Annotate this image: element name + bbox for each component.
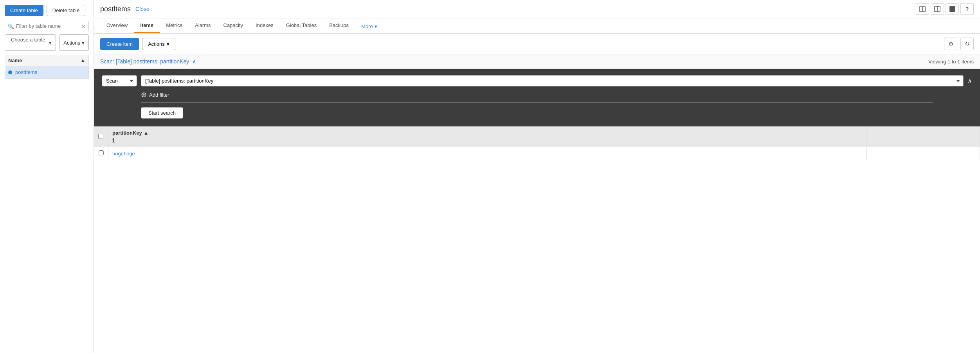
- tab-more[interactable]: More ▾: [355, 20, 384, 33]
- col-header-partition-key[interactable]: partitionKey ▲ ℹ: [108, 127, 867, 147]
- add-filter-label: Add filter: [149, 92, 169, 98]
- create-table-button[interactable]: Create table: [5, 5, 43, 16]
- search-clear-icon[interactable]: ✕: [81, 23, 86, 29]
- scan-type-select[interactable]: Scan Query: [102, 75, 137, 86]
- create-item-button[interactable]: Create item: [100, 38, 139, 50]
- col-header-extra: [866, 127, 980, 147]
- items-table: partitionKey ▲ ℹ: [94, 126, 980, 160]
- info-icon[interactable]: ℹ: [112, 137, 114, 144]
- select-all-checkbox[interactable]: [98, 134, 103, 139]
- tab-global-tables[interactable]: Global Tables: [280, 18, 323, 33]
- scan-collapse-button[interactable]: ∧: [967, 77, 972, 85]
- items-toolbar-left: Create item Actions ▾: [100, 38, 175, 50]
- viewing-count: Viewing 1 to 1 items: [928, 59, 974, 65]
- sort-asc-icon: ▲: [144, 130, 149, 136]
- scan-title-text: Scan: [Table] postItems: partitionKey: [100, 58, 189, 65]
- close-link[interactable]: Close: [135, 6, 150, 12]
- actions-dropdown-button[interactable]: Actions ▾: [142, 38, 175, 50]
- tab-items[interactable]: Items: [134, 18, 160, 33]
- tab-indexes[interactable]: Indexes: [249, 18, 280, 33]
- name-column-header: Name: [8, 58, 22, 63]
- full-pane-button[interactable]: [946, 3, 959, 15]
- search-icon: 🔍: [8, 23, 14, 29]
- scan-panel: Scan Query [Table] postItems: partitionK…: [94, 69, 980, 126]
- table-row: hogehoge: [94, 147, 980, 160]
- tab-metrics[interactable]: Metrics: [160, 18, 189, 33]
- chevron-down-icon-actions: ▾: [82, 40, 85, 46]
- start-search-button[interactable]: Start search: [141, 107, 183, 119]
- scan-collapse-toggle[interactable]: ∧: [192, 58, 196, 65]
- top-bar-icons: ?: [916, 3, 974, 15]
- choose-table-button[interactable]: Choose a table ... ▾: [5, 34, 56, 51]
- tabs-bar: Overview Items Metrics Alarms Capacity I…: [94, 18, 980, 34]
- items-toolbar: Create item Actions ▾ ⚙ ↻: [94, 34, 980, 54]
- sidebar-controls-row: Choose a table ... ▾ Actions ▾: [5, 34, 89, 51]
- svg-rect-0: [920, 6, 922, 12]
- table-search-container: 🔍 ✕: [5, 21, 89, 31]
- row-checkbox-cell: [94, 147, 108, 160]
- items-toolbar-right: ⚙ ↻: [944, 38, 974, 50]
- add-filter-row[interactable]: ⊕ Add filter: [102, 91, 972, 98]
- chevron-down-actions: ▾: [167, 41, 169, 47]
- scan-header: Scan: [Table] postItems: partitionKey ∧ …: [94, 54, 980, 69]
- table-list-item[interactable]: postItems: [5, 66, 88, 78]
- sidebar-top-buttons: Create table Delete table: [5, 5, 89, 16]
- table-search-input[interactable]: [5, 21, 89, 31]
- table-list: postItems: [5, 66, 89, 79]
- svg-rect-4: [949, 6, 955, 12]
- tab-overview[interactable]: Overview: [100, 18, 134, 33]
- sidebar: Create table Delete table 🔍 ✕ Choose a t…: [0, 0, 94, 353]
- more-label: More: [361, 23, 373, 29]
- help-button[interactable]: ?: [960, 3, 974, 15]
- help-icon: ?: [966, 6, 969, 12]
- full-pane-icon: [949, 6, 955, 12]
- chevron-down-icon: ▾: [49, 40, 52, 46]
- add-filter-icon: ⊕: [141, 91, 147, 98]
- sort-icon: ▲: [80, 58, 85, 63]
- table-list-header: Name ▲: [5, 55, 89, 66]
- delete-table-button[interactable]: Delete table: [47, 5, 85, 16]
- svg-rect-1: [923, 6, 925, 12]
- scan-controls: Scan Query [Table] postItems: partitionK…: [102, 75, 972, 86]
- scan-title: Scan: [Table] postItems: partitionKey ∧: [100, 58, 196, 65]
- choose-table-label: Choose a table ...: [9, 37, 47, 49]
- top-bar: postItems Close: [94, 0, 980, 18]
- actions-label: Actions: [148, 41, 165, 47]
- table-name: postItems: [15, 69, 37, 75]
- half-pane-button[interactable]: [931, 3, 944, 15]
- main-content: postItems Close: [94, 0, 980, 353]
- data-table-area: partitionKey ▲ ℹ: [94, 126, 980, 353]
- partition-key-cell[interactable]: hogehoge: [108, 147, 867, 160]
- sidebar-actions-button[interactable]: Actions ▾: [59, 34, 89, 51]
- split-pane-icon: [919, 6, 926, 12]
- row-checkbox[interactable]: [99, 150, 104, 155]
- partition-key-col-label: partitionKey: [112, 130, 142, 136]
- active-indicator: [8, 70, 12, 74]
- tab-backups[interactable]: Backups: [323, 18, 355, 33]
- tab-capacity[interactable]: Capacity: [217, 18, 250, 33]
- tab-alarms[interactable]: Alarms: [189, 18, 217, 33]
- table-header-row: partitionKey ▲ ℹ: [94, 127, 980, 147]
- settings-button[interactable]: ⚙: [944, 38, 957, 50]
- gear-icon: ⚙: [948, 40, 953, 47]
- split-pane-button[interactable]: [916, 3, 929, 15]
- sidebar-actions-label: Actions: [63, 40, 80, 46]
- refresh-icon: ↻: [965, 40, 970, 47]
- refresh-button[interactable]: ↻: [960, 38, 974, 50]
- page-title: postItems: [100, 5, 131, 13]
- scan-table-select[interactable]: [Table] postItems: partitionKey: [141, 75, 964, 86]
- chevron-down-more: ▾: [375, 23, 377, 29]
- half-pane-icon: [934, 6, 940, 12]
- scan-divider: [141, 102, 933, 103]
- col-header-checkbox: [94, 127, 108, 147]
- top-bar-left: postItems Close: [100, 5, 150, 13]
- extra-cell: [866, 147, 980, 160]
